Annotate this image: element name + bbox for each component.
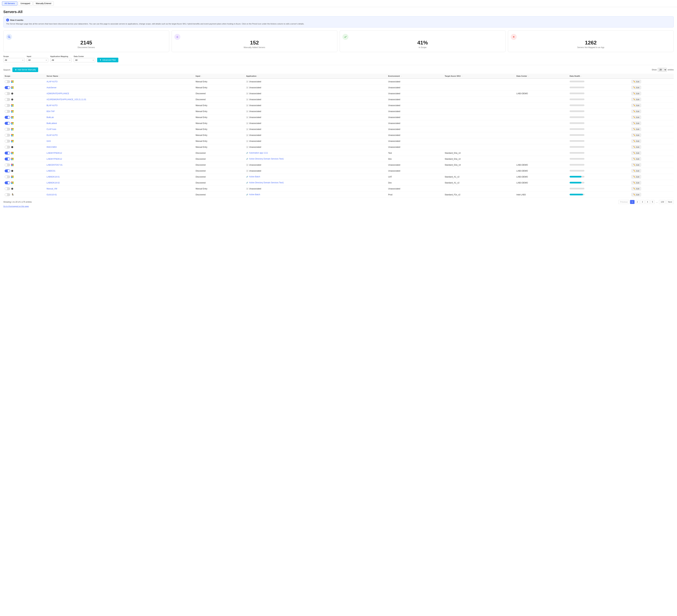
scope-toggle[interactable] [5, 128, 10, 131]
next-button[interactable]: Next [666, 200, 674, 204]
scope-toggle[interactable] [5, 80, 10, 83]
edit-button[interactable]: ✏️ Edit [631, 127, 641, 131]
tab-unmapped[interactable]: Unmapped [18, 1, 33, 6]
server-name-link[interactable]: BulkLab [47, 116, 54, 119]
app-link[interactable]: 🔗Active Batch [246, 176, 260, 178]
entries-select[interactable]: 20 50 100 [658, 68, 667, 72]
edit-button[interactable]: ✏️ Edit [631, 157, 641, 161]
scope-toggle[interactable] [5, 181, 10, 184]
app-link[interactable]: 🔗Automation app 1111 [246, 152, 268, 154]
edit-button[interactable]: ✏️ Edit [631, 80, 641, 83]
edit-button[interactable]: ✏️ Edit [631, 163, 641, 167]
edit-button[interactable]: ✏️ Edit [631, 122, 641, 125]
scope-toggle[interactable] [5, 164, 10, 167]
server-name-link[interactable]: DLAP AUTO [47, 134, 58, 136]
server-name-link[interactable]: AutoServer [47, 86, 56, 89]
server-name-link[interactable]: INSCCM03 [47, 146, 57, 148]
server-name-link[interactable]: BSA TAP [47, 110, 55, 113]
page-109-button[interactable]: 109 [659, 200, 666, 204]
scope-filter-select[interactable]: All [3, 58, 25, 62]
page-2-button[interactable]: 2 [635, 200, 640, 204]
environment-cell: Prod [387, 192, 444, 198]
scope-toggle[interactable] [5, 86, 10, 89]
scope-toggle[interactable] [5, 104, 10, 107]
server-name-link[interactable]: AZMIGRATEAPPLIANCE [47, 92, 69, 95]
scope-toggle[interactable] [5, 110, 10, 113]
footer-link[interactable]: Go to #/unmapped on this page [3, 205, 29, 207]
edit-button[interactable]: ✏️ Edit [631, 92, 641, 95]
scope-toggle[interactable] [5, 169, 10, 172]
edit-button[interactable]: ✏️ Edit [631, 187, 641, 190]
server-name-link[interactable]: OL6U10-01 [47, 193, 57, 196]
actions-cell: ✏️ Edit [630, 168, 674, 174]
edit-button[interactable]: ✏️ Edit [631, 193, 641, 196]
application-cell: ⊗Unassociated [245, 132, 387, 138]
scope-cell [3, 102, 45, 108]
edit-button[interactable]: ✏️ Edit [631, 151, 641, 155]
actions-cell: ✏️ Edit [630, 138, 674, 144]
app-unassociated: ⊗Unassociated [246, 140, 386, 142]
sku-cell [443, 85, 515, 91]
col-application: Application ↕ [245, 74, 387, 79]
server-name-link[interactable]: LAB3HYPW2K12 [47, 152, 62, 154]
scope-toggle[interactable] [5, 158, 10, 161]
dot-icon [11, 93, 13, 94]
scope-toggle[interactable] [5, 146, 10, 148]
page-3-button[interactable]: 3 [640, 200, 645, 204]
server-name-link[interactable]: ALAP AUTO [47, 81, 57, 83]
edit-button[interactable]: ✏️ Edit [631, 109, 641, 113]
table-row: CLAP Auto Manual Entry ⊗Unassociated Una… [3, 126, 674, 132]
edit-button[interactable]: ✏️ Edit [631, 139, 641, 143]
edit-button[interactable]: ✏️ Edit [631, 169, 641, 173]
scope-toggle[interactable] [5, 116, 10, 119]
edit-button[interactable]: ✏️ Edit [631, 86, 641, 89]
advanced-filter-button[interactable]: ▼ Advanced Filter [97, 58, 118, 62]
prev-button[interactable]: Previous [618, 200, 629, 204]
server-name-link[interactable]: CLAP Auto [47, 128, 56, 130]
scope-toggle[interactable] [5, 92, 10, 95]
scope-toggle[interactable] [5, 134, 10, 137]
server-name-link[interactable]: AZUREMIGRATEAPPLIANCE_V25.21.11.01 [47, 98, 86, 101]
server-name-link[interactable]: LABCENTOS7-01 [47, 164, 63, 166]
datacenter-filter-select[interactable]: All [74, 58, 95, 62]
edit-button[interactable]: ✏️ Edit [631, 181, 641, 184]
datacenter-filter-label: Data Center [74, 55, 95, 57]
server-name-link[interactable]: LABDC01 [47, 170, 55, 172]
col-data-center: Data Center ↕ [515, 74, 569, 79]
edit-button[interactable]: ✏️ Edit [631, 175, 641, 178]
tab-all-servers[interactable]: All Servers [2, 1, 17, 6]
edit-button[interactable]: ✏️ Edit [631, 145, 641, 149]
scope-toggle[interactable] [5, 193, 10, 196]
server-name-link[interactable]: BLAP AUTO [47, 104, 57, 106]
edit-button[interactable]: ✏️ Edit [631, 133, 641, 137]
scope-toggle[interactable] [5, 98, 10, 101]
server-name-link[interactable]: BulkLabtest [47, 122, 57, 125]
edit-button[interactable]: ✏️ Edit [631, 116, 641, 119]
app-mapping-filter-select[interactable]: All [50, 58, 72, 62]
app-link[interactable]: 🔗Active Directory Domain Services Test1 [246, 181, 284, 184]
scope-toggle[interactable] [5, 151, 10, 155]
environment-cell: Dev [387, 156, 444, 162]
server-name-link[interactable]: Manual_VM [47, 188, 57, 190]
app-link[interactable]: 🔗Active Batch [246, 193, 260, 196]
page-4-button[interactable]: 4 [645, 200, 650, 204]
application-cell: ⊗Unassociated [245, 79, 387, 85]
scope-toggle[interactable] [5, 122, 10, 125]
app-link[interactable]: 🔗Active Directory Domain Services Test1 [246, 158, 284, 160]
tab-manually-entered[interactable]: Manually Entered [33, 1, 53, 6]
server-name-link[interactable]: LABW2K19-02 [47, 182, 60, 184]
server-name-link[interactable]: LAB3HYPW2K12 [47, 158, 62, 160]
input-filter-select[interactable]: All [27, 58, 48, 62]
edit-button[interactable]: ✏️ Edit [631, 104, 641, 107]
sku-cell [443, 168, 515, 174]
server-name-link[interactable]: GAS [47, 140, 51, 142]
server-name-link[interactable]: LABW2K19-01 [47, 176, 60, 178]
page-5-button[interactable]: 5 [650, 200, 655, 204]
add-server-manually-button[interactable]: 🖥 Add Server Manually [12, 68, 38, 72]
scope-toggle[interactable] [5, 187, 10, 190]
edit-button[interactable]: ✏️ Edit [631, 98, 641, 101]
scope-filter-label: Scope [3, 55, 25, 57]
scope-toggle[interactable] [5, 140, 10, 143]
page-1-button[interactable]: 1 [630, 200, 635, 204]
scope-toggle[interactable] [5, 175, 10, 178]
